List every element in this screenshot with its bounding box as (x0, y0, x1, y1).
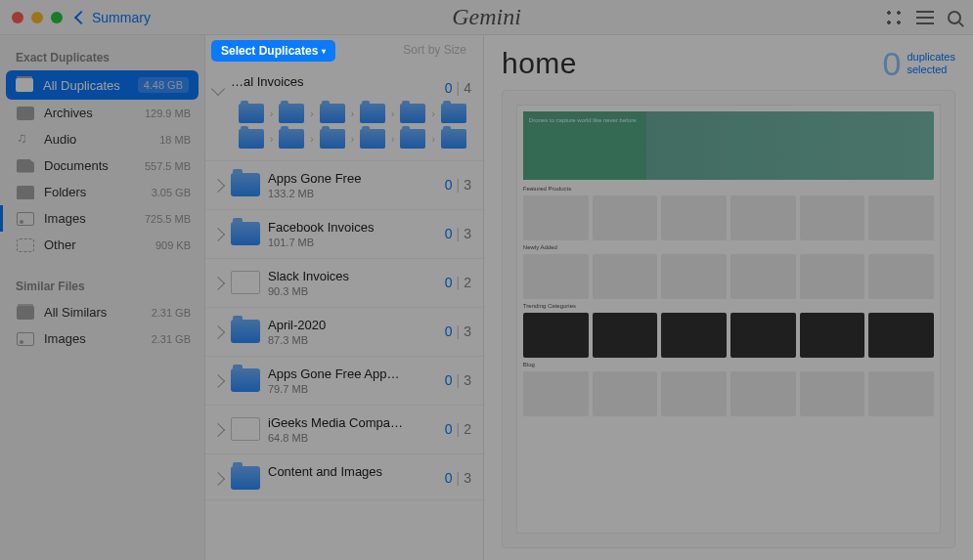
sidebar-item-label: Folders (44, 185, 152, 199)
sidebar-item-size: 4.48 GB (138, 77, 189, 93)
group-count: 0|3 (445, 372, 471, 388)
stack-icon (17, 306, 34, 320)
folder-icon[interactable] (279, 129, 304, 149)
stack-icon (16, 78, 33, 92)
sidebar-item[interactable]: Images725.5 MB (0, 205, 204, 232)
app-window: Summary Gemini Exact DuplicatesAll Dupli… (0, 0, 973, 560)
minimize-window-button[interactable] (31, 12, 43, 23)
chevron-right-icon: › (270, 134, 273, 145)
chevron-right-icon: › (351, 134, 354, 145)
duplicate-group[interactable]: Facebook Invoices101.7 MB0|3 (205, 210, 483, 259)
sidebar-item[interactable]: Other909 KB (0, 232, 204, 258)
folder-icon (231, 222, 260, 245)
group-size: 133.2 MB (268, 188, 437, 199)
chevron-right-icon: › (431, 134, 434, 145)
sort-label: Sort by Size (403, 43, 466, 57)
audio-icon (17, 133, 34, 147)
sidebar-item-label: Documents (44, 158, 145, 173)
sidebar-item[interactable]: Audio18 MB (0, 126, 204, 152)
folder-icon[interactable] (441, 129, 466, 149)
sidebar-item-size: 18 MB (159, 134, 191, 146)
folder-icon (231, 173, 260, 196)
file-icon (231, 271, 260, 294)
folder-icon[interactable] (320, 104, 345, 123)
duplicate-group[interactable]: Apps Gone Free App…79.7 MB0|3 (205, 357, 483, 406)
group-count: 0|2 (445, 275, 471, 290)
image-icon (17, 212, 34, 226)
duplicate-group[interactable]: Content and Images0|3 (205, 454, 483, 500)
select-duplicates-button[interactable]: Select Duplicates ▾ (211, 40, 335, 62)
duplicate-group[interactable]: April-202087.3 MB0|3 (205, 308, 483, 357)
folder-icon[interactable] (320, 129, 345, 149)
file-icon (231, 417, 260, 441)
sidebar-item[interactable]: All Similars2.31 GB (0, 299, 204, 325)
folder-icon (231, 368, 260, 392)
group-size: 79.7 MB (268, 383, 437, 395)
disclosure-triangle-icon[interactable] (211, 423, 225, 437)
group-title: …al Invoices (231, 74, 437, 89)
selection-count-number: 0 (883, 47, 902, 80)
folder-icon[interactable] (239, 129, 264, 149)
folder-icon[interactable] (400, 129, 425, 149)
close-window-button[interactable] (12, 12, 23, 23)
disclosure-triangle-icon[interactable] (211, 325, 225, 339)
folder-icon[interactable] (279, 104, 304, 123)
sidebar-item[interactable]: Images2.31 GB (0, 325, 204, 352)
sidebar-item[interactable]: Folders3.05 GB (0, 179, 204, 205)
sidebar-item-size: 129.9 MB (145, 108, 191, 119)
chevron-right-icon: › (310, 108, 313, 119)
duplicate-list-panel: Sort by Size ▾ …al Invoices0|4››››››››››… (205, 35, 484, 560)
chevron-down-icon: ▾ (469, 46, 473, 55)
disclosure-triangle-icon[interactable] (211, 472, 225, 486)
zoom-window-button[interactable] (51, 12, 63, 23)
disclosure-triangle-icon[interactable] (211, 277, 225, 290)
image-icon (17, 332, 34, 346)
archive-icon (17, 107, 34, 120)
search-icon[interactable] (948, 11, 961, 24)
chevron-right-icon: › (391, 108, 394, 119)
group-title: Apps Gone Free App… (268, 366, 437, 381)
sidebar-item-label: Other (44, 237, 155, 252)
folder-icon[interactable] (441, 104, 466, 123)
selection-count-label-1: duplicates (907, 51, 955, 64)
preview-thumbnail[interactable]: Drones to capture world like never befor… (502, 90, 955, 548)
disclosure-triangle-icon[interactable] (211, 374, 225, 388)
sidebar-item[interactable]: Archives129.9 MB (0, 100, 204, 126)
grid-view-icon[interactable] (885, 9, 903, 26)
group-title: Content and Images (268, 464, 437, 479)
doc-icon (17, 159, 34, 173)
duplicate-group[interactable]: Slack Invoices90.3 MB0|2 (205, 259, 483, 308)
disclosure-triangle-icon[interactable] (211, 179, 225, 193)
sidebar-item[interactable]: Documents557.5 MB (0, 152, 204, 179)
sidebar-item-label: All Similars (44, 305, 152, 320)
folder-icon[interactable] (400, 104, 425, 123)
selection-count: 0 duplicates selected (883, 47, 955, 80)
chevron-right-icon: › (431, 108, 434, 119)
folder-icon[interactable] (360, 129, 385, 149)
folder-icon (231, 466, 260, 490)
group-size: 101.7 MB (268, 237, 437, 248)
sort-button[interactable]: Sort by Size ▾ (403, 43, 473, 57)
list-view-icon[interactable] (916, 9, 934, 26)
duplicate-groups-list[interactable]: …al Invoices0|4››››››››››Apps Gone Free1… (205, 65, 483, 560)
group-count: 0|2 (445, 421, 471, 437)
folder-icon[interactable] (360, 104, 385, 123)
group-thumbnails: ›››››››››› (239, 104, 471, 149)
other-icon (17, 238, 34, 252)
chevron-right-icon: › (391, 134, 394, 145)
disclosure-triangle-icon[interactable] (211, 228, 225, 241)
folder-icon[interactable] (239, 104, 264, 123)
duplicate-group[interactable]: Apps Gone Free133.2 MB0|3 (205, 161, 483, 210)
chevron-right-icon: › (270, 108, 273, 119)
disclosure-triangle-icon[interactable] (211, 82, 225, 96)
sidebar-item-label: Images (44, 331, 152, 346)
back-button[interactable]: Summary (76, 10, 151, 25)
sidebar-item[interactable]: All Duplicates4.48 GB (6, 70, 199, 100)
group-count: 0|3 (445, 226, 471, 241)
sidebar-item-size: 909 KB (155, 239, 191, 251)
duplicate-group[interactable]: …al Invoices0|4›››››››››› (205, 65, 483, 161)
back-label: Summary (92, 10, 151, 25)
sidebar-item-label: Images (44, 211, 145, 226)
duplicate-group[interactable]: iGeeks Media Compa…64.8 MB0|2 (205, 406, 483, 454)
preview-panel: home 0 duplicates selected Drones to cap… (484, 35, 973, 560)
